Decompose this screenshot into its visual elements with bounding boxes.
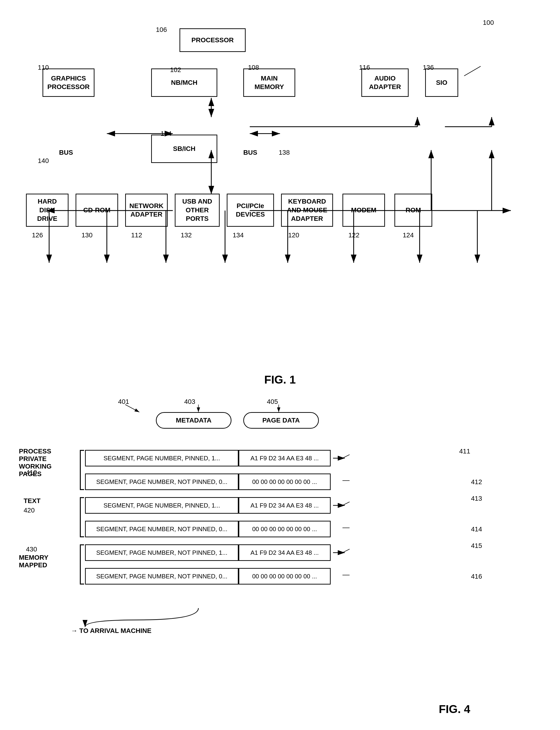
modem-box: MODEM <box>342 194 385 227</box>
fig4-diagram: 401 403 405 <box>19 396 541 730</box>
processor-box: PROCESSOR <box>180 28 246 52</box>
row-414-meta: SEGMENT, PAGE NUMBER, NOT PINNED, 0... <box>85 521 239 537</box>
ref-116: 116 <box>359 64 370 71</box>
row-411-container: SEGMENT, PAGE NUMBER, PINNED, 1... A1 F9… <box>85 450 335 466</box>
page-data-pill: PAGE DATA <box>243 412 319 429</box>
ref-430: 430 <box>26 546 37 553</box>
ref-140: 140 <box>38 157 49 165</box>
row-414-data: 00 00 00 00 00 00 00 ... <box>239 521 331 537</box>
text-label: TEXT <box>24 497 41 505</box>
svg-line-35 <box>342 502 350 505</box>
ref-136: 136 <box>423 64 434 71</box>
main-memory-box: MAINMEMORY <box>243 68 295 97</box>
to-arrival-machine-label: → TO ARRIVAL MACHINE <box>71 627 151 635</box>
bus-left-label: BUS <box>59 149 73 156</box>
ref-108: 108 <box>248 64 259 71</box>
hard-disk-box: HARDDISKDRIVE <box>26 194 68 227</box>
network-adapter-box: NETWORKADAPTER <box>125 194 168 227</box>
ref-403: 403 <box>184 398 195 406</box>
row-415-container: SEGMENT, PAGE NUMBER, NOT PINNED, 1... A… <box>85 544 335 561</box>
ref-405: 405 <box>267 398 278 406</box>
row-412-container: SEGMENT, PAGE NUMBER, NOT PINNED, 0... 0… <box>85 474 335 490</box>
row-412-data: 00 00 00 00 00 00 00 ... <box>239 474 331 490</box>
row-413-data: A1 F9 D2 34 AA E3 48 ... <box>239 497 331 514</box>
bracket-420 <box>80 497 84 537</box>
ref-100: 100 <box>483 19 494 26</box>
process-private-label: PROCESSPRIVATEWORKINGPAGES <box>19 448 61 478</box>
ref-420: 420 <box>24 507 35 514</box>
keyboard-mouse-box: KEYBOARDAND MOUSEADAPTER <box>281 194 333 227</box>
row-412-meta: SEGMENT, PAGE NUMBER, NOT PINNED, 0... <box>85 474 239 490</box>
page: 100 PROCESSOR 106 NB/MCH 102 MAINMEMORY … <box>0 0 560 730</box>
ref-102: 102 <box>170 66 181 74</box>
ref-110: 110 <box>38 64 49 71</box>
rom-box: ROM <box>394 194 432 227</box>
ref-411: 411 <box>459 448 470 455</box>
pci-devices-box: PCI/PCIeDEVICES <box>227 194 274 227</box>
ref-130: 130 <box>81 231 93 239</box>
row-411-data: A1 F9 D2 34 AA E3 48 ... <box>239 450 331 466</box>
row-414-container: SEGMENT, PAGE NUMBER, NOT PINNED, 0... 0… <box>85 521 335 537</box>
ref-412: 412 <box>471 478 482 486</box>
ref-416: 416 <box>471 573 482 580</box>
memory-mapped-label: MEMORYMAPPED <box>19 554 48 569</box>
fig4-arrows <box>19 396 541 730</box>
row-413-meta: SEGMENT, PAGE NUMBER, PINNED, 1... <box>85 497 239 514</box>
svg-line-33 <box>342 455 350 458</box>
bracket-410 <box>80 450 84 490</box>
row-416-container: SEGMENT, PAGE NUMBER, NOT PINNED, 0... 0… <box>85 568 335 585</box>
ref-413: 413 <box>471 495 482 502</box>
audio-adapter-box: AUDIOADAPTER <box>361 68 409 97</box>
ref-414: 414 <box>471 525 482 533</box>
row-416-data: 00 00 00 00 00 00 00 ... <box>239 568 331 585</box>
svg-line-27 <box>125 405 139 412</box>
fig1-diagram: 100 PROCESSOR 106 NB/MCH 102 MAINMEMORY … <box>19 14 541 368</box>
graphics-processor-box: GRAPHICSPROCESSOR <box>43 68 94 97</box>
ref-120: 120 <box>288 231 299 239</box>
ref-122: 122 <box>348 231 359 239</box>
metadata-pill: METADATA <box>156 412 231 429</box>
bus-right-label: BUS <box>243 149 257 156</box>
svg-line-24 <box>464 66 481 76</box>
usb-ports-box: USB ANDOTHERPORTS <box>175 194 220 227</box>
ref-138: 138 <box>279 149 290 156</box>
row-415-meta: SEGMENT, PAGE NUMBER, NOT PINNED, 1... <box>85 544 239 561</box>
sbich-box: SB/ICH <box>151 135 217 163</box>
ref-134: 134 <box>233 231 244 239</box>
row-416-meta: SEGMENT, PAGE NUMBER, NOT PINNED, 0... <box>85 568 239 585</box>
ref-106: 106 <box>156 26 167 34</box>
fig1-arrows <box>19 14 541 368</box>
cdrom-box: CD-ROM <box>76 194 118 227</box>
row-413-container: SEGMENT, PAGE NUMBER, PINNED, 1... A1 F9… <box>85 497 335 514</box>
sio-box: SIO <box>425 68 458 97</box>
row-415-data: A1 F9 D2 34 AA E3 48 ... <box>239 544 331 561</box>
ref-124: 124 <box>403 231 414 239</box>
fig1-label: FIG. 1 <box>19 373 541 386</box>
bracket-430 <box>80 544 84 585</box>
ref-112: 112 <box>131 231 142 239</box>
ref-132: 132 <box>181 231 192 239</box>
ref-126: 126 <box>32 231 43 239</box>
nbmch-box: NB/MCH <box>151 68 217 97</box>
ref-415: 415 <box>471 542 482 550</box>
svg-line-37 <box>342 549 350 553</box>
row-411-meta: SEGMENT, PAGE NUMBER, PINNED, 1... <box>85 450 239 466</box>
ref-410: 410 <box>26 469 37 476</box>
ref-401: 401 <box>118 398 129 406</box>
ref-104: 104 <box>161 130 172 137</box>
